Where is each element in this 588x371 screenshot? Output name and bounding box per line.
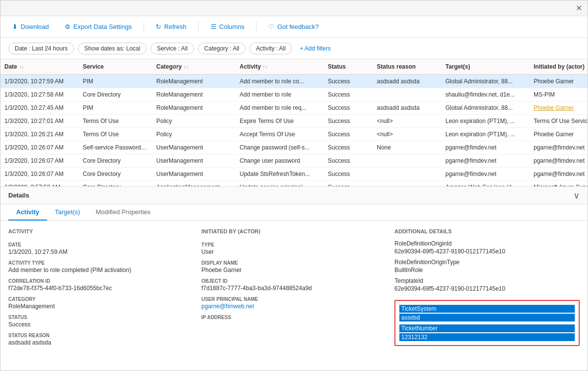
table-row[interactable]: 1/3/2020, 10:27:45 AMPIMRoleManagementAd… bbox=[0, 101, 588, 115]
table-cell: MS-PIM bbox=[530, 88, 588, 101]
table-cell bbox=[373, 154, 441, 167]
details-title: Details bbox=[8, 192, 29, 199]
type-label: TYPE bbox=[201, 242, 387, 247]
table-cell: Success bbox=[324, 88, 373, 101]
feedback-button[interactable]: ♡ Got feedback? bbox=[265, 21, 323, 32]
status-reason-label: STATUS REASON bbox=[8, 333, 194, 338]
table-cell: Amazon Web Services (A... bbox=[441, 181, 530, 186]
table-row[interactable]: 1/3/2020, 10:27:58 AMCore DirectoryRoleM… bbox=[0, 88, 588, 101]
object-id-row: OBJECT ID f7d1887c-7777-4ba3-ba3d-974488… bbox=[201, 278, 387, 292]
details-tabs: Activity Target(s) Modified Properties bbox=[0, 204, 588, 221]
type-row: TYPE User bbox=[201, 242, 387, 255]
status-value: Success bbox=[8, 321, 194, 328]
table-cell: 1/3/2020, 10:27:59 AM bbox=[0, 75, 79, 88]
date-filter[interactable]: Date : Last 24 hours bbox=[8, 43, 74, 54]
table-cell: UserManagement bbox=[152, 141, 236, 154]
table-row[interactable]: 1/3/2020, 10:26:07 AMCore DirectoryUserM… bbox=[0, 168, 588, 181]
table-cell: Policy bbox=[152, 115, 236, 127]
table-row[interactable]: 1/3/2020, 10:26:21 AMTerms Of UsePolicyA… bbox=[0, 128, 588, 141]
refresh-icon: ↻ bbox=[156, 23, 161, 30]
table-cell: Success bbox=[324, 128, 373, 141]
service-filter[interactable]: Service : All bbox=[150, 43, 194, 54]
table-cell: Expire Terms Of Use bbox=[236, 115, 324, 127]
table-cell: Leon expiration (PT1M), ... bbox=[441, 115, 530, 127]
table-cell: ApplicationManagement bbox=[152, 181, 236, 186]
date-value: 1/3/2020, 10:27:59 AM bbox=[8, 248, 194, 255]
status-reason-row: STATUS REASON asdsadd asdsda bbox=[8, 333, 194, 346]
table-cell: Add member to role bbox=[236, 88, 324, 101]
table-cell: 1/3/2020, 10:27:58 AM bbox=[0, 88, 79, 101]
template-id-field: TemplateId 62e90394-69f5-4237-9190-01217… bbox=[394, 277, 580, 292]
table-cell: Success bbox=[324, 75, 373, 88]
status-row: STATUS Success bbox=[8, 315, 194, 328]
tab-targets[interactable]: Target(s) bbox=[47, 204, 88, 221]
details-body: ACTIVITY DATE 1/3/2020, 10:27:59 AM ACTI… bbox=[0, 221, 588, 371]
tab-activity[interactable]: Activity bbox=[8, 204, 47, 221]
table-cell: Success bbox=[324, 154, 373, 167]
table-row[interactable]: 1/3/2020, 10:26:07 AMCore DirectoryUserM… bbox=[0, 154, 588, 168]
table-cell: Success bbox=[324, 101, 373, 114]
add-filter-button[interactable]: + Add filters bbox=[296, 43, 335, 54]
category-label: CATEGORY bbox=[8, 297, 194, 302]
table-cell: Core Directory bbox=[79, 168, 152, 180]
columns-icon: ☰ bbox=[211, 23, 217, 30]
show-dates-filter[interactable]: Show dates as: Local bbox=[78, 43, 147, 54]
date-label: DATE bbox=[8, 242, 194, 247]
table-row[interactable]: 1/3/2020, 10:27:59 AMPIMRoleManagementAd… bbox=[0, 75, 588, 88]
refresh-button[interactable]: ↻ Refresh bbox=[152, 21, 191, 32]
ticket-number-value: 12312132 bbox=[399, 333, 575, 341]
upn-value[interactable]: pgarne@fimweb.net bbox=[201, 303, 387, 310]
table-row[interactable]: 1/3/2020, 10:27:01 AMTerms Of UsePolicyE… bbox=[0, 115, 588, 128]
col-actor: Initiated by (actor) bbox=[530, 59, 588, 74]
toolbar: ⬇ Download ⚙ Export Data Settings ↻ Refr… bbox=[0, 16, 588, 38]
table-cell: <null> bbox=[373, 115, 441, 127]
table-header: Date ↑↓ Service Category ↑↓ Activity ↑↓ … bbox=[0, 59, 588, 75]
col-category: Category ↑↓ bbox=[152, 59, 236, 74]
table-cell: Add member to role co... bbox=[236, 75, 324, 88]
table-row[interactable]: 1/3/2020, 9:57:59 AMCore DirectoryApplic… bbox=[0, 181, 588, 186]
table-cell: pgarne@fimdev.net bbox=[441, 154, 530, 167]
object-id-value: f7d1887c-7777-4ba3-ba3d-974488524a9d bbox=[201, 285, 387, 292]
table-cell: 1/3/2020, 10:26:07 AM bbox=[0, 154, 79, 167]
table-cell: Success bbox=[324, 115, 373, 127]
divider3 bbox=[256, 22, 257, 32]
status-label: STATUS bbox=[8, 315, 194, 320]
table-row[interactable]: 1/3/2020, 10:26:07 AMSelf-service Passwo… bbox=[0, 141, 588, 154]
col-activity: Activity ↑↓ bbox=[236, 59, 324, 74]
table-cell: RoleManagement bbox=[152, 75, 236, 88]
table-cell: Add member to role req... bbox=[236, 101, 324, 114]
table-cell: Terms Of Use bbox=[79, 115, 152, 127]
details-header: Details ∨ bbox=[0, 187, 588, 204]
display-name-row: DISPLAY NAME Phoebe Garner bbox=[201, 260, 387, 273]
ticket-number-label: TicketNumber bbox=[399, 324, 575, 332]
table-cell: Global Administrator, 88... bbox=[441, 75, 530, 88]
table-cell: shauliu@fimdev.net, d1e... bbox=[441, 88, 530, 101]
col-status: Status bbox=[324, 59, 373, 74]
table-cell: Core Directory bbox=[79, 154, 152, 167]
table-cell: pgarne@fimdev.net bbox=[441, 168, 530, 180]
table-cell: Microsoft Azure SyncFab... bbox=[530, 181, 588, 186]
ticket-system-label: TicketSystem bbox=[399, 305, 575, 313]
export-button[interactable]: ⚙ Export Data Settings bbox=[61, 21, 136, 32]
download-button[interactable]: ⬇ Download bbox=[8, 21, 53, 32]
table-cell: None bbox=[373, 141, 441, 154]
table-cell: Update service principal bbox=[236, 181, 324, 186]
table-cell: Core Directory bbox=[79, 181, 152, 186]
table-cell: 1/3/2020, 10:26:07 AM bbox=[0, 141, 79, 154]
activity-type-row: ACTIVITY TYPE Add member to role complet… bbox=[8, 260, 194, 273]
heart-icon: ♡ bbox=[269, 23, 274, 30]
columns-button[interactable]: ☰ Columns bbox=[207, 21, 248, 32]
title-bar: ✕ bbox=[0, 0, 588, 16]
activity-filter[interactable]: Activity : All bbox=[249, 43, 292, 54]
highlighted-fields: TicketSystem assdsd TicketNumber 1231213… bbox=[394, 300, 580, 346]
close-button[interactable]: ✕ bbox=[574, 3, 584, 13]
collapse-button[interactable]: ∨ bbox=[573, 190, 580, 201]
table-cell: 1/3/2020, 10:26:21 AM bbox=[0, 128, 79, 141]
ip-row: IP ADDRESS bbox=[201, 315, 387, 321]
category-filter[interactable]: Category : All bbox=[198, 43, 245, 54]
table-cell: 1/3/2020, 10:27:45 AM bbox=[0, 101, 79, 114]
initiated-by-title: INITIATED BY (ACTOR) bbox=[201, 228, 387, 234]
table-cell: UserManagement bbox=[152, 168, 236, 180]
tab-modified-properties[interactable]: Modified Properties bbox=[88, 204, 158, 221]
additional-title: ADDITIONAL DETAILS bbox=[394, 228, 580, 234]
